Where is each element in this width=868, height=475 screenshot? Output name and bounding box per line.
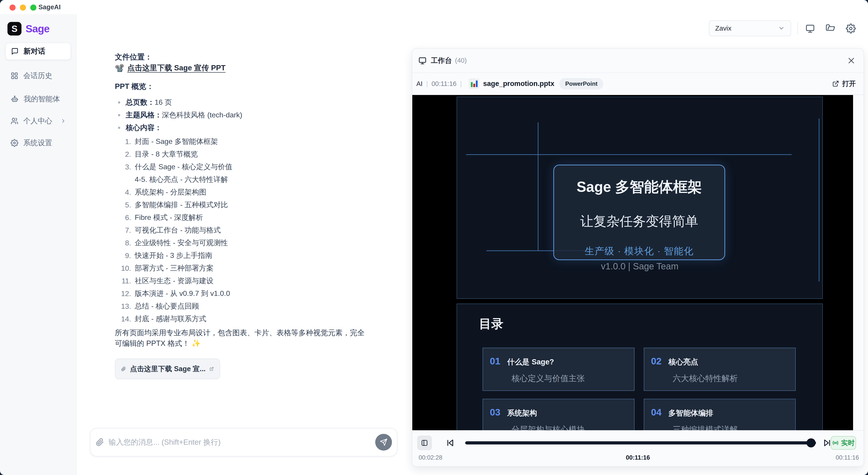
list-item: 12.版本演进 - 从 v0.9.7 到 v1.0.0 — [115, 287, 232, 300]
list-item: 2.目录 - 8 大章节概览 — [115, 148, 232, 160]
close-window-button[interactable] — [9, 4, 16, 11]
close-icon[interactable] — [847, 57, 855, 65]
progress-bar[interactable] — [465, 441, 816, 444]
toc-card-number: 01 — [490, 356, 500, 367]
list-item: 14.封底 - 感谢与联系方式 — [115, 313, 232, 325]
list-item: 总页数：16 页 — [115, 96, 242, 109]
closing-paragraph: 所有页面均采用专业布局设计，包含图表、卡片、表格等多种视觉元素，完全 可编辑的 … — [115, 328, 397, 349]
attachment-label: 点击这里下载 Sage 宣... — [130, 364, 206, 374]
toc-card-desc: 核心定义与价值主张 — [512, 373, 634, 384]
paperclip-icon[interactable] — [96, 438, 104, 446]
toc-card: 02核心亮点 六大核心特性解析 — [644, 348, 796, 391]
list-item: 6.Fibre 模式 - 深度解析 — [115, 211, 232, 224]
time-current: 00:11:16 — [626, 454, 650, 461]
skip-back-icon — [445, 438, 455, 448]
list-item: 8.企业级特性 - 安全与可观测性 — [115, 237, 232, 249]
sage-logo-icon: S — [7, 22, 22, 35]
attachment-download-chip[interactable]: 点击这里下载 Sage 宣... — [115, 358, 220, 379]
list-item: 1.封面 - Sage 多智能体框架 — [115, 135, 232, 148]
users-icon — [11, 117, 18, 125]
sidebar-item-history[interactable]: 会话历史 — [6, 67, 71, 84]
settings-button[interactable] — [846, 24, 856, 34]
toc-card-title: 核心亮点 — [669, 357, 698, 367]
bullet-dot — [118, 101, 120, 103]
toc-card-number: 03 — [490, 407, 500, 418]
file-type-badge: PowerPoint — [559, 78, 603, 90]
list-item: 主题风格：深色科技风格 (tech-dark) — [115, 109, 242, 121]
workbench-count: (40) — [455, 57, 467, 64]
layout-toggle-button[interactable] — [417, 436, 432, 450]
file-name: sage_promotion.pptx — [483, 80, 554, 88]
paperclip-icon — [121, 365, 126, 373]
time-end: 00:11:16 — [836, 454, 859, 461]
external-link-icon — [832, 80, 839, 87]
zoom-window-button[interactable] — [30, 4, 36, 11]
sidebar-item-personal-center[interactable]: 个人中心 — [6, 113, 71, 129]
chevron-down-icon — [778, 25, 785, 32]
playback-bar: 实时 00:02:28 00:11:16 00:11:16 — [412, 430, 864, 466]
message-input[interactable] — [104, 438, 375, 446]
workbench-title: 工作台 — [431, 56, 452, 65]
window-title: SageAI — [38, 3, 61, 11]
sidebar-item-label: 我的智能体 — [24, 94, 60, 104]
live-button[interactable]: 实时 — [831, 436, 856, 450]
slide-preview-viewport[interactable]: Sage 多智能体框架 让复杂任务变得简单 生产级 · 模块化 · 智能化 v1… — [412, 95, 853, 431]
external-link-icon — [210, 366, 214, 372]
broadcast-icon — [832, 440, 839, 446]
list-item: 11.社区与生态 - 资源与建设 — [115, 275, 232, 287]
files-button[interactable] — [826, 24, 835, 34]
decor-line — [538, 122, 538, 251]
cover-card: Sage 多智能体框架 让复杂任务变得简单 生产级 · 模块化 · 智能化 — [553, 165, 725, 260]
sidebar-item-new-chat[interactable]: 新对话 — [6, 43, 71, 60]
list-item: 4.系统架构 - 分层架构图 — [115, 186, 232, 199]
toc-card-desc: 六大核心特性解析 — [673, 373, 795, 384]
toc-list: 1.封面 - Sage 多智能体框架 2.目录 - 8 大章节概览 3.什么是 … — [115, 135, 232, 325]
decor-line — [819, 119, 819, 281]
chevron-right-icon — [60, 118, 66, 124]
send-button[interactable] — [375, 434, 392, 451]
paper-plane-icon — [380, 438, 388, 446]
list-item: 核心内容： — [115, 121, 242, 134]
open-file-button[interactable]: 打开 — [832, 79, 856, 88]
list-item: 4-5. 核心亮点 - 六大特性详解 — [115, 173, 232, 186]
sidebar-item-settings[interactable]: 系统设置 — [6, 135, 71, 151]
download-ppt-link[interactable]: 点击这里下载 Sage 宣传 PPT — [127, 63, 225, 73]
skip-to-start-button[interactable] — [445, 438, 455, 449]
sidebar-item-label: 会话历史 — [23, 71, 52, 81]
bullet-dot — [118, 114, 120, 116]
progress-thumb[interactable] — [807, 438, 815, 447]
slide-version: v1.0.0 | Sage Team — [457, 261, 822, 271]
list-item: 9.快速开始 - 3 步上手指南 — [115, 249, 232, 262]
projector-icon: 📽️ — [115, 64, 124, 72]
workbench-toggle-button[interactable] — [805, 24, 815, 34]
toc-card: 04多智能体编排 三种编排模式详解 — [644, 399, 796, 431]
app-logo: S Sage — [7, 22, 50, 35]
file-timestamp: 00:11:16 — [432, 80, 457, 88]
toc-card-number: 04 — [651, 407, 662, 418]
model-selector-dropdown[interactable]: Zavix — [709, 20, 791, 36]
monitor-icon — [418, 56, 427, 65]
robot-icon — [11, 95, 19, 103]
live-label: 实时 — [841, 438, 855, 448]
workbench-header: 工作台 (40) — [412, 49, 864, 73]
minimize-window-button[interactable] — [20, 4, 26, 11]
playback-controls: 实时 — [412, 436, 864, 450]
slide-toc: 目录 01什么是 Sage? 核心定义与价值主张 02核心亮点 六大核心特性解析… — [457, 303, 823, 431]
sidebar-item-label: 个人中心 — [23, 116, 52, 126]
monitor-icon — [805, 24, 815, 33]
sidebar-item-my-agents[interactable]: 我的智能体 — [6, 91, 71, 108]
list-item: 13.总结 - 核心要点回顾 — [115, 300, 232, 313]
ppt-overview-label: PPT 概览： — [115, 82, 154, 92]
bar-chart-file-icon — [469, 79, 479, 89]
slide-tagline: 生产级 · 模块化 · 智能化 — [554, 245, 724, 258]
list-item: 5.多智能体编排 - 五种模式对比 — [115, 199, 232, 211]
decor-line — [466, 154, 792, 155]
app-window: SageAI S Sage 新对话 会话历史 我的智能体 个人中心 系统设置 — [0, 0, 868, 475]
file-info-row: AI | 00:11:16 | sage_promotion.pptx Powe… — [412, 73, 864, 95]
download-link-row: 📽️ 点击这里下载 Sage 宣传 PPT — [115, 63, 225, 73]
toc-card-number: 02 — [651, 356, 662, 367]
gear-icon — [846, 24, 856, 33]
playback-times: 00:02:28 00:11:16 00:11:16 — [412, 454, 864, 462]
slide-title: Sage 多智能体框架 — [554, 177, 724, 197]
slide-subtitle: 让复杂任务变得简单 — [554, 213, 724, 230]
